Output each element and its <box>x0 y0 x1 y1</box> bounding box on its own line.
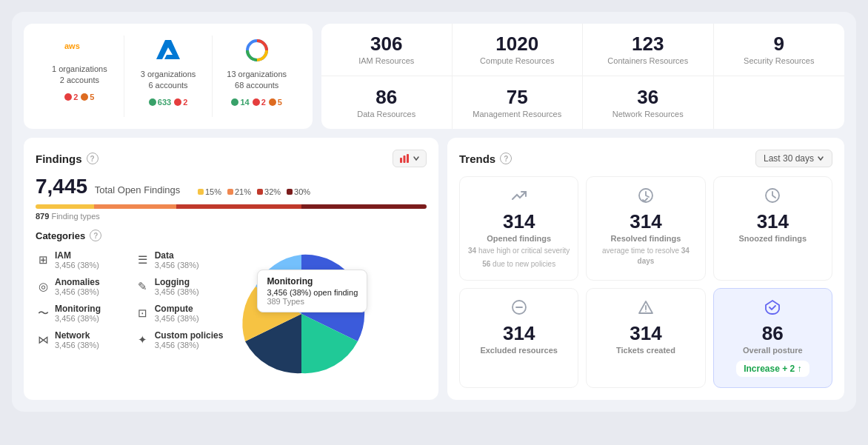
iam-icon: ⊞ <box>36 252 50 267</box>
compute-icon: ⊡ <box>136 306 150 321</box>
azure-provider: 3 organizations 6 accounts 633 2 <box>124 36 213 117</box>
pie-chart-svg <box>235 247 368 381</box>
resource-cell-3: 9Security Resources <box>714 24 845 76</box>
finding-types-text: 879 Finding types <box>36 212 427 221</box>
network-info: Network 3,456 (38%) <box>55 330 99 349</box>
anomalies-count: 3,456 (38%) <box>55 287 100 296</box>
category-item-custom-policies: ✦ Custom policies 3,456 (38%) <box>136 327 224 352</box>
logging-icon: ✎ <box>136 279 150 294</box>
category-item-monitoring: 〜 Monitoring 3,456 (38%) <box>36 301 124 326</box>
azure-org-text: 3 organizations 6 accounts <box>141 69 196 92</box>
trends-header: Trends ? Last 30 days <box>459 150 832 167</box>
azure-badge-green: 633 <box>149 98 171 107</box>
findings-title: Findings ? <box>36 153 99 165</box>
findings-total-row: 7,445 Total Open Findings 15% 21% 32% 30… <box>36 175 427 198</box>
anomalies-info: Anomalies 3,456 (38%) <box>55 277 100 296</box>
legend-30: 30% <box>287 187 310 196</box>
resource-cell-6: 36Network Resources <box>583 76 714 129</box>
trend-icon-5 <box>764 299 781 319</box>
resource-grid: 306IAM Resources1020Compute Resources123… <box>321 24 844 129</box>
compute-info: Compute 3,456 (38%) <box>155 304 199 323</box>
date-range-button[interactable]: Last 30 days <box>755 150 832 167</box>
trend-label-1: Resolved findings <box>611 234 681 243</box>
pie-tooltip-title: Monitoring <box>267 276 358 287</box>
trend-icon-3 <box>511 299 527 319</box>
logging-info: Logging 3,456 (38%) <box>155 277 199 296</box>
findings-header: Findings ? <box>36 150 427 167</box>
logging-name: Logging <box>155 277 199 287</box>
custom-policies-name: Custom policies <box>155 330 224 341</box>
azure-badges: 633 2 <box>149 98 187 107</box>
trend-cell-0: 314 Opened findings 34 have high or crit… <box>459 176 578 281</box>
bottom-row: Findings ? 7,445 Total Open Findings <box>24 138 844 400</box>
pie-chart-area: Monitoring 3,456 (38%) open finding 389 … <box>235 247 368 381</box>
trend-label-5: Overall posture <box>743 346 803 355</box>
data-count: 3,456 (38%) <box>155 261 199 270</box>
custom-policies-count: 3,456 (38%) <box>155 341 224 349</box>
resource-cell-7 <box>714 76 845 129</box>
category-item-anomalies: ◎ Anomalies 3,456 (38%) <box>36 274 124 299</box>
trend-cell-4: 314 Tickets created <box>586 288 705 388</box>
trend-number-1: 314 <box>630 212 661 231</box>
chart-toggle-button[interactable] <box>393 150 427 167</box>
findings-help-icon[interactable]: ? <box>87 153 99 164</box>
aws-org-text: 1 organizations 2 accounts <box>52 64 107 87</box>
logging-count: 3,456 (38%) <box>155 287 199 296</box>
svg-rect-5 <box>407 154 409 163</box>
compute-count: 3,456 (38%) <box>155 314 199 323</box>
resource-cell-2: 123Containers Resources <box>583 24 714 76</box>
trend-icon-2 <box>764 187 781 207</box>
aws-badges: 2 5 <box>64 93 94 101</box>
custom-policies-info: Custom policies 3,456 (38%) <box>155 330 224 349</box>
gcp-badge-orange: 5 <box>269 98 282 107</box>
trend-icon-4 <box>638 299 654 319</box>
chevron-down-icon <box>413 155 420 162</box>
trend-cell-1: 314 Resolved findings average time to re… <box>586 176 705 281</box>
trend-label-4: Tickets created <box>616 346 675 355</box>
trend-number-0: 314 <box>503 212 535 231</box>
iam-name: IAM <box>55 250 99 261</box>
gcp-logo <box>244 39 270 64</box>
progress-seg-yellow <box>36 204 94 209</box>
svg-text:aws: aws <box>64 41 80 50</box>
progress-seg-orange <box>94 204 176 209</box>
network-icon: ⋈ <box>36 332 50 347</box>
compute-name: Compute <box>155 304 199 314</box>
trends-title: Trends ? <box>459 153 512 165</box>
monitoring-count: 3,456 (38%) <box>55 314 101 323</box>
gcp-badges: 14 2 5 <box>231 98 282 107</box>
categories-grid: ⊞ IAM 3,456 (38%) ☰ Data 3,456 (38%) ◎ A… <box>36 247 223 352</box>
trend-number-3: 314 <box>503 324 535 343</box>
findings-progress-bar <box>36 204 427 209</box>
data-icon: ☰ <box>136 252 150 267</box>
iam-info: IAM 3,456 (38%) <box>55 250 99 270</box>
gcp-org-text: 13 organizations 68 accounts <box>227 69 287 92</box>
bar-chart-icon <box>399 153 410 164</box>
category-item-network: ⋈ Network 3,456 (38%) <box>36 327 124 352</box>
azure-logo <box>155 39 181 64</box>
monitoring-info: Monitoring 3,456 (38%) <box>55 304 101 323</box>
resource-label: Network Resources <box>612 110 684 118</box>
legend-21: 21% <box>227 187 251 196</box>
findings-lower: ⊞ IAM 3,456 (38%) ☰ Data 3,456 (38%) ◎ A… <box>36 247 427 381</box>
resource-label: IAM Resources <box>358 56 414 65</box>
monitoring-icon: 〜 <box>36 306 50 321</box>
data-info: Data 3,456 (38%) <box>155 250 199 270</box>
category-item-data: ☰ Data 3,456 (38%) <box>136 247 224 272</box>
date-chevron-icon <box>817 155 824 162</box>
resource-label: Containers Resources <box>607 56 688 65</box>
legend-15: 15% <box>198 187 221 196</box>
findings-total-number: 7,445 <box>36 175 87 198</box>
network-name: Network <box>55 330 99 341</box>
trend-sublabel: average time to resolve 34 days <box>594 246 697 267</box>
trend-label-2: Snoozed findings <box>738 234 807 243</box>
anomalies-icon: ◎ <box>36 279 50 294</box>
categories-help-icon[interactable]: ? <box>90 230 101 241</box>
azure-badge-red: 2 <box>174 98 187 107</box>
trend-number-2: 314 <box>757 212 789 231</box>
resource-number: 36 <box>637 87 658 107</box>
resource-label: Management Resources <box>473 110 561 118</box>
progress-seg-dark <box>301 204 427 209</box>
trends-help-icon[interactable]: ? <box>500 153 512 164</box>
monitoring-name: Monitoring <box>55 304 101 314</box>
